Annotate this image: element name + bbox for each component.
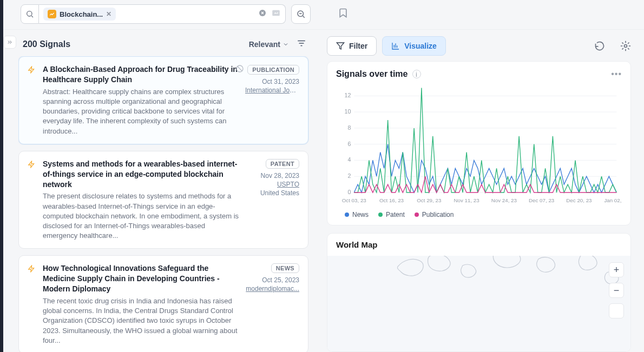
signals-chart[interactable]: 024681012Oct 03, 23Oct 16, 23Oct 29, 23N… bbox=[336, 83, 622, 208]
bolt-icon bbox=[28, 161, 36, 241]
signals-count: 200 Signals bbox=[23, 39, 70, 49]
card-meta: PATENTNov 28, 2023USPTOUnited States bbox=[245, 159, 299, 241]
card-title: A Blockchain-Based Approach for Drug Tra… bbox=[43, 64, 239, 85]
map-locate-button[interactable] bbox=[609, 303, 624, 318]
top-bar: Blockchain... ✕ bbox=[3, 0, 644, 30]
filter-button[interactable]: Filter bbox=[327, 36, 377, 56]
ban-icon bbox=[235, 64, 244, 75]
bolt-icon bbox=[28, 265, 36, 346]
legend-item[interactable]: Patent bbox=[378, 211, 405, 218]
visualize-label: Visualize bbox=[404, 42, 437, 50]
svg-text:Jan 02, 24: Jan 02, 24 bbox=[604, 197, 622, 203]
type-badge: PUBLICATION bbox=[247, 65, 299, 75]
svg-rect-2 bbox=[272, 10, 280, 16]
svg-text:Nov 11, 23: Nov 11, 23 bbox=[454, 197, 479, 203]
card-meta: NEWSOct 25, 2023moderndiplomac... bbox=[245, 263, 299, 346]
zoom-out-icon[interactable] bbox=[291, 4, 311, 24]
card-meta: PUBLICATIONOct 31, 2023International Jou… bbox=[245, 64, 299, 136]
card-date: Oct 31, 2023 bbox=[262, 78, 299, 85]
svg-point-0 bbox=[27, 11, 32, 16]
svg-text:Oct 16, 23: Oct 16, 23 bbox=[379, 197, 404, 203]
svg-text:6: 6 bbox=[347, 141, 351, 147]
expand-sidebar-button[interactable] bbox=[3, 36, 16, 49]
right-toolbar: Filter Visualize bbox=[327, 36, 631, 61]
chart-icon bbox=[48, 10, 56, 18]
signal-card[interactable]: Systems and methods for a wearables-base… bbox=[18, 151, 308, 249]
svg-text:0: 0 bbox=[347, 189, 351, 195]
map-zoom-out-button[interactable]: − bbox=[609, 283, 624, 298]
chart-menu-icon[interactable]: ••• bbox=[611, 69, 622, 79]
filter-icon bbox=[336, 42, 345, 50]
chart-panel: Signals over time i ••• 024681012Oct 03,… bbox=[327, 61, 631, 225]
card-abstract: The recent toxic drug crisis in India an… bbox=[43, 296, 239, 346]
bookmark-icon[interactable] bbox=[338, 8, 349, 21]
card-date: Nov 28, 2023 bbox=[261, 172, 299, 180]
svg-point-5 bbox=[625, 45, 627, 48]
type-badge: NEWS bbox=[271, 263, 299, 273]
clear-search-icon[interactable] bbox=[258, 9, 267, 19]
sort-dropdown[interactable]: Relevant bbox=[249, 40, 289, 49]
svg-text:4: 4 bbox=[347, 156, 351, 163]
card-country: United States bbox=[260, 189, 299, 197]
bar-chart-icon bbox=[391, 42, 400, 50]
svg-text:Oct 03, 23: Oct 03, 23 bbox=[342, 197, 366, 203]
bolt-icon bbox=[28, 66, 36, 136]
world-map[interactable]: + − bbox=[327, 256, 630, 351]
svg-text:12: 12 bbox=[344, 92, 351, 98]
card-source[interactable]: International Jour... bbox=[245, 87, 299, 94]
card-source[interactable]: USPTO bbox=[277, 181, 299, 188]
card-source[interactable]: moderndiplomac... bbox=[246, 285, 299, 293]
info-icon[interactable]: i bbox=[412, 70, 421, 78]
svg-text:Dec 20, 23: Dec 20, 23 bbox=[566, 197, 592, 203]
svg-text:Oct 29, 23: Oct 29, 23 bbox=[417, 197, 441, 203]
card-title: How Technological Innovations Safeguard … bbox=[43, 263, 239, 294]
filter-label: Filter bbox=[349, 42, 367, 50]
search-icon[interactable] bbox=[21, 4, 39, 24]
visualize-button[interactable]: Visualize bbox=[382, 36, 446, 56]
search-chip[interactable]: Blockchain... ✕ bbox=[43, 8, 116, 21]
signal-card[interactable]: A Blockchain-Based Approach for Drug Tra… bbox=[18, 56, 308, 144]
svg-text:8: 8 bbox=[347, 124, 351, 131]
map-panel: World Map bbox=[327, 233, 631, 352]
legend-item[interactable]: News bbox=[345, 211, 369, 218]
signals-list: A Blockchain-Based Approach for Drug Tra… bbox=[18, 56, 311, 352]
chip-remove-icon[interactable]: ✕ bbox=[106, 10, 111, 18]
card-date: Oct 25, 2023 bbox=[262, 276, 299, 284]
chart-title: Signals over time bbox=[336, 69, 408, 79]
card-abstract: Abstract: Healthcare supply chains are c… bbox=[43, 87, 239, 136]
sort-label: Relevant bbox=[249, 40, 280, 49]
sort-lines-icon[interactable] bbox=[297, 38, 306, 50]
type-badge: PATENT bbox=[266, 159, 299, 169]
card-abstract: The present disclosure relates to system… bbox=[43, 191, 239, 241]
legend-item[interactable]: Publication bbox=[415, 211, 454, 218]
svg-text:Nov 24, 23: Nov 24, 23 bbox=[491, 197, 517, 203]
signal-card[interactable]: How Technological Innovations Safeguard … bbox=[18, 255, 308, 352]
map-zoom-in-button[interactable]: + bbox=[609, 262, 624, 277]
card-title: Systems and methods for a wearables-base… bbox=[43, 159, 239, 190]
undo-icon[interactable] bbox=[594, 41, 605, 51]
svg-text:10: 10 bbox=[344, 108, 351, 115]
svg-text:2: 2 bbox=[347, 172, 351, 179]
chevron-down-icon bbox=[282, 41, 289, 48]
svg-text:Dec 07, 23: Dec 07, 23 bbox=[529, 197, 554, 203]
enter-icon[interactable] bbox=[271, 8, 281, 20]
chart-legend: NewsPatentPublication bbox=[336, 208, 622, 221]
chip-label: Blockchain... bbox=[60, 10, 103, 18]
search-input[interactable]: Blockchain... ✕ bbox=[39, 4, 286, 24]
map-title: World Map bbox=[327, 234, 630, 256]
settings-icon[interactable] bbox=[620, 41, 631, 51]
